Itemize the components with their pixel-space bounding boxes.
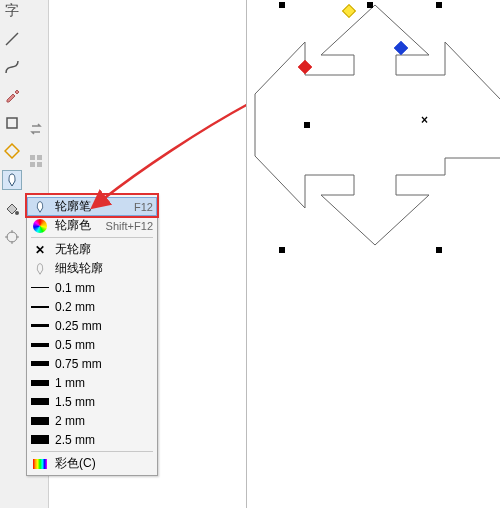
menu-0-75mm[interactable]: 0.75 mm bbox=[27, 354, 157, 373]
text-tool-icon[interactable]: 字 bbox=[3, 2, 21, 20]
outline-pen-tool-icon[interactable] bbox=[2, 170, 22, 190]
menu-outline-color-shortcut: Shift+F12 bbox=[106, 220, 153, 232]
arrows-shape[interactable] bbox=[255, 5, 500, 245]
menu-1mm-icon bbox=[31, 380, 49, 386]
fill-tool-icon[interactable] bbox=[3, 200, 21, 218]
menu-outline-pen-shortcut: F12 bbox=[134, 201, 153, 213]
left-toolbar-1: 字 bbox=[0, 0, 25, 508]
menu-2-5mm[interactable]: 2.5 mm bbox=[27, 430, 157, 449]
menu-0-2mm-icon bbox=[31, 306, 49, 308]
menu-0-25mm-label: 0.25 mm bbox=[55, 319, 153, 333]
selection-handle[interactable] bbox=[367, 2, 373, 8]
selection-handle[interactable] bbox=[436, 2, 442, 8]
menu-outline-pen-icon bbox=[31, 200, 49, 214]
selection-handle[interactable] bbox=[304, 122, 310, 128]
menu-0-5mm-icon bbox=[31, 343, 49, 347]
outline-flyout-menu: 轮廓笔F12轮廓色Shift+F12✕无轮廓细线轮廓0.1 mm0.2 mm0.… bbox=[26, 194, 158, 476]
swap-tool-icon[interactable] bbox=[27, 120, 45, 138]
center-mark: × bbox=[421, 113, 428, 127]
menu-no-outline-icon: ✕ bbox=[31, 243, 49, 257]
menu-hairline-icon bbox=[31, 262, 49, 276]
menu-0-1mm[interactable]: 0.1 mm bbox=[27, 278, 157, 297]
svg-rect-6 bbox=[37, 162, 42, 167]
menu-hairline[interactable]: 细线轮廓 bbox=[27, 259, 157, 278]
menu-color-icon bbox=[31, 459, 49, 469]
menu-0-75mm-label: 0.75 mm bbox=[55, 357, 153, 371]
menu-color[interactable]: 彩色(C) bbox=[27, 454, 157, 473]
menu-0-5mm[interactable]: 0.5 mm bbox=[27, 335, 157, 354]
menu-1-5mm[interactable]: 1.5 mm bbox=[27, 392, 157, 411]
menu-2-5mm-label: 2.5 mm bbox=[55, 433, 153, 447]
svg-point-2 bbox=[7, 232, 17, 242]
crosshair-tool-icon[interactable] bbox=[3, 228, 21, 246]
menu-2-5mm-icon bbox=[31, 435, 49, 444]
grid-tool-icon[interactable] bbox=[27, 152, 45, 170]
menu-outline-color[interactable]: 轮廓色Shift+F12 bbox=[27, 216, 157, 235]
menu-outline-color-label: 轮廓色 bbox=[55, 217, 100, 234]
menu-0-5mm-label: 0.5 mm bbox=[55, 338, 153, 352]
menu-outline-pen[interactable]: 轮廓笔F12 bbox=[27, 197, 157, 216]
shape-tool-icon[interactable] bbox=[3, 114, 21, 132]
selection-handle[interactable] bbox=[279, 2, 285, 8]
menu-outline-color-icon bbox=[31, 219, 49, 233]
menu-color-label: 彩色(C) bbox=[55, 455, 153, 472]
menu-no-outline[interactable]: ✕无轮廓 bbox=[27, 240, 157, 259]
menu-0-25mm[interactable]: 0.25 mm bbox=[27, 316, 157, 335]
svg-rect-4 bbox=[37, 155, 42, 160]
menu-0-2mm[interactable]: 0.2 mm bbox=[27, 297, 157, 316]
menu-2mm-icon bbox=[31, 417, 49, 425]
menu-2mm-label: 2 mm bbox=[55, 414, 153, 428]
menu-no-outline-label: 无轮廓 bbox=[55, 241, 153, 258]
menu-1-5mm-icon bbox=[31, 398, 49, 405]
line-tool-icon[interactable] bbox=[3, 30, 21, 48]
menu-outline-pen-label: 轮廓笔 bbox=[55, 198, 128, 215]
selection-handle[interactable] bbox=[279, 247, 285, 253]
menu-hairline-label: 细线轮廓 bbox=[55, 260, 153, 277]
selection-handle[interactable] bbox=[436, 247, 442, 253]
svg-rect-5 bbox=[30, 162, 35, 167]
menu-0-75mm-icon bbox=[31, 361, 49, 366]
svg-rect-3 bbox=[30, 155, 35, 160]
svg-rect-0 bbox=[7, 118, 17, 128]
menu-0-2mm-label: 0.2 mm bbox=[55, 300, 153, 314]
menu-0-25mm-icon bbox=[31, 324, 49, 327]
menu-2mm[interactable]: 2 mm bbox=[27, 411, 157, 430]
crop-tool-icon[interactable] bbox=[3, 142, 21, 160]
menu-1mm-label: 1 mm bbox=[55, 376, 153, 390]
menu-1-5mm-label: 1.5 mm bbox=[55, 395, 153, 409]
drawing-canvas[interactable]: × bbox=[246, 0, 500, 508]
menu-0-1mm-label: 0.1 mm bbox=[55, 281, 153, 295]
svg-point-1 bbox=[15, 211, 19, 215]
menu-1mm[interactable]: 1 mm bbox=[27, 373, 157, 392]
menu-0-1mm-icon bbox=[31, 287, 49, 288]
eyedropper-tool-icon[interactable] bbox=[3, 86, 21, 104]
bezier-tool-icon[interactable] bbox=[3, 58, 21, 76]
